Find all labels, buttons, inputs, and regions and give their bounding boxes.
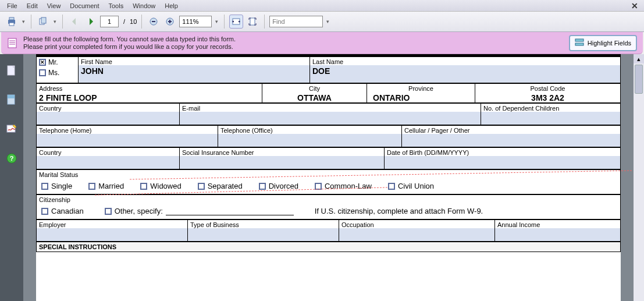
biztype-input[interactable] <box>188 228 339 241</box>
marital-divorced-checkbox[interactable] <box>259 183 266 190</box>
menu-document[interactable]: Document <box>65 2 104 9</box>
marital-divorced-label: Divorced <box>269 182 298 190</box>
marital-civil union-checkbox[interactable] <box>388 183 395 190</box>
zoom-select[interactable] <box>179 16 212 27</box>
postal-value[interactable]: 3M3 2A2 <box>475 92 620 102</box>
country-input[interactable] <box>37 112 179 125</box>
zoom-in-icon[interactable] <box>163 15 177 29</box>
bookmarks-panel-icon[interactable] <box>5 94 18 107</box>
citizenship-other-input[interactable] <box>166 207 294 215</box>
marital-widowed-checkbox[interactable] <box>140 183 147 190</box>
pages-icon[interactable] <box>36 15 50 29</box>
city-label: City <box>262 84 367 92</box>
nav-sidebar: ? <box>0 54 23 301</box>
svg-rect-17 <box>575 43 583 45</box>
svg-rect-2 <box>9 23 14 26</box>
marital-widowed-label: Widowed <box>150 182 181 190</box>
income-label: Annual Income <box>495 220 620 228</box>
marital-separated-label: Separated <box>208 182 243 190</box>
menu-file[interactable]: File <box>2 2 22 9</box>
marital-separated-checkbox[interactable] <box>198 183 205 190</box>
citizenship-other-checkbox[interactable] <box>105 208 112 215</box>
print-dropdown-icon[interactable]: ▾ <box>21 19 26 24</box>
help-panel-icon[interactable]: ? <box>5 152 18 165</box>
vertical-scrollbar[interactable]: ▴ <box>634 54 644 301</box>
email-input[interactable] <box>180 112 481 125</box>
scroll-up-icon[interactable]: ▴ <box>634 54 644 63</box>
scrollbar-thumb[interactable] <box>635 65 643 94</box>
marital-married-checkbox[interactable] <box>88 183 95 190</box>
menu-window[interactable]: Window <box>128 2 160 9</box>
menu-edit[interactable]: Edit <box>22 2 42 9</box>
menu-tools[interactable]: Tools <box>104 2 129 9</box>
svg-rect-1 <box>9 17 14 20</box>
citizenship-other-label: Other, specify: <box>115 207 163 215</box>
form-banner: Please fill out the following form. You … <box>1 32 643 54</box>
city-value[interactable]: OTTAWA <box>262 92 367 102</box>
fit-width-icon[interactable] <box>229 15 243 29</box>
marital-single-label: Single <box>51 182 72 190</box>
citizenship-canadian-label: Canadian <box>51 207 84 215</box>
tel-home-input[interactable] <box>37 134 218 147</box>
page-number-input[interactable] <box>100 16 119 27</box>
zoom-out-icon[interactable] <box>147 15 161 29</box>
province-value[interactable]: ONTARIO <box>367 92 475 102</box>
find-input[interactable] <box>269 16 323 27</box>
tel-home-label: Telephone (Home) <box>37 126 218 134</box>
svg-rect-11 <box>250 18 255 25</box>
dep-children-label: No. of Dependent Children <box>481 104 620 112</box>
toolbar: ▾ ▾ / 10 ▾ ▾ <box>0 12 644 32</box>
dob-label: Date of Birth (DD/MM/YYYY) <box>385 148 620 156</box>
highlight-label: Highlight Fields <box>588 40 631 47</box>
form-icon <box>7 38 17 48</box>
occupation-input[interactable] <box>339 228 494 241</box>
address-value[interactable]: 2 FINITE LOOP <box>37 92 262 102</box>
svg-rect-16 <box>575 39 583 41</box>
menu-view[interactable]: View <box>42 2 66 9</box>
fit-page-icon[interactable] <box>245 15 259 29</box>
income-input[interactable] <box>495 228 620 241</box>
sin-input[interactable] <box>180 156 384 169</box>
sin-label: Social Insurance Number <box>180 148 384 156</box>
svg-rect-20 <box>8 95 15 98</box>
dep-children-input[interactable] <box>481 112 620 125</box>
tel-office-label: Telephone (Office) <box>218 126 401 134</box>
salutation-mr-checkbox[interactable] <box>39 59 46 66</box>
citizenship-canadian-checkbox[interactable] <box>41 208 48 215</box>
highlight-fields-button[interactable]: Highlight Fields <box>569 35 637 51</box>
cell-input[interactable] <box>402 134 620 147</box>
occupation-label: Occupation <box>339 220 494 228</box>
prev-page-icon[interactable] <box>67 15 81 29</box>
first-name-input[interactable]: JOHN <box>79 65 309 83</box>
document-viewport[interactable]: Mr. Ms. First Name JOHN Last Name DOE <box>23 54 634 301</box>
menubar: File Edit View Document Tools Window Hel… <box>0 0 644 12</box>
svg-rect-4 <box>41 17 46 23</box>
print-icon[interactable] <box>5 15 19 29</box>
country-label: Country <box>37 104 179 112</box>
dob-input[interactable] <box>385 156 620 169</box>
citizenship-us-note: If U.S. citizenship, complete and attach… <box>315 207 483 215</box>
form-page: Mr. Ms. First Name JOHN Last Name DOE <box>36 54 621 301</box>
find-dropdown-icon[interactable]: ▾ <box>325 19 330 24</box>
menu-help[interactable]: Help <box>160 2 183 9</box>
zoom-dropdown-icon[interactable]: ▾ <box>214 19 219 24</box>
marital-single-checkbox[interactable] <box>41 183 48 190</box>
employer-input[interactable] <box>37 228 187 241</box>
marital-label: Marital Status <box>37 170 620 178</box>
last-name-input[interactable]: DOE <box>310 65 620 83</box>
close-icon[interactable]: ✕ <box>628 1 642 10</box>
employer-label: Employer <box>37 220 187 228</box>
special-instructions-label: SPECIAL INSTRUCTIONS <box>37 242 620 252</box>
tel-office-input[interactable] <box>218 134 401 147</box>
svg-text:?: ? <box>10 155 14 162</box>
signatures-panel-icon[interactable] <box>5 123 18 136</box>
banner-line1: Please fill out the following form. You … <box>23 36 236 43</box>
marital-civil union-label: Civil Union <box>398 182 434 190</box>
last-name-label: Last Name <box>310 57 620 65</box>
salutation-ms-checkbox[interactable] <box>39 69 46 76</box>
pages-dropdown-icon[interactable]: ▾ <box>52 19 58 24</box>
country2-input[interactable] <box>37 156 179 169</box>
next-page-icon[interactable] <box>84 15 98 29</box>
marital-common-law-checkbox[interactable] <box>315 183 322 190</box>
pages-panel-icon[interactable] <box>5 65 18 77</box>
